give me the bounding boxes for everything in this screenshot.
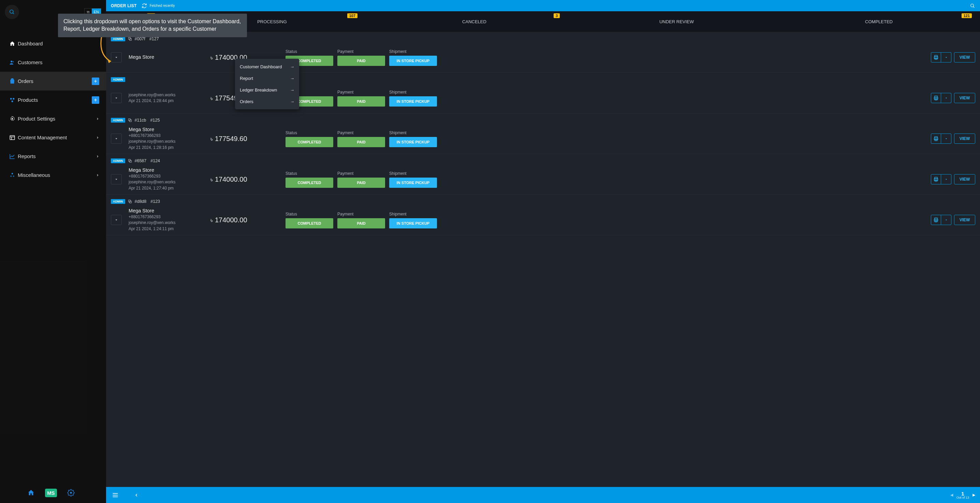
home-icon[interactable] xyxy=(27,489,35,497)
status-pill[interactable]: COMPLETED xyxy=(285,177,333,188)
tab-canceled[interactable]: CANCELED3 xyxy=(373,11,576,32)
payment-pill[interactable]: PAID xyxy=(337,96,385,107)
svg-rect-5 xyxy=(13,98,15,100)
print-options-button[interactable] xyxy=(941,52,951,62)
print-options-button[interactable] xyxy=(941,215,951,225)
copy-icon[interactable] xyxy=(128,118,132,122)
print-icon xyxy=(933,95,939,101)
sidebar-item-label: Orders xyxy=(18,78,92,84)
svg-point-14 xyxy=(70,492,72,494)
pager-prev[interactable]: ◀ xyxy=(950,493,953,497)
menu-button[interactable] xyxy=(111,492,120,498)
view-button[interactable]: VIEW xyxy=(954,134,975,144)
topbar-search-button[interactable] xyxy=(970,3,975,8)
search-icon xyxy=(9,9,15,15)
payment-label: Payment xyxy=(337,212,385,217)
payment-pill[interactable]: PAID xyxy=(337,56,385,66)
sidebar-item-label: Dashboard xyxy=(18,41,99,46)
home-icon xyxy=(7,41,18,47)
admin-badge: ADMIN xyxy=(111,77,125,82)
shipment-pill[interactable]: IN STORE PICKUP xyxy=(389,56,437,66)
view-button[interactable]: VIEW xyxy=(954,174,975,184)
boxes-icon xyxy=(7,97,18,103)
sidebar-footer: MS xyxy=(0,482,106,503)
print-button[interactable] xyxy=(931,174,941,184)
shipment-pill[interactable]: IN STORE PICKUP xyxy=(389,96,437,107)
customer-email: josephine.roy@xen.works xyxy=(129,92,210,98)
payment-pill[interactable]: PAID xyxy=(337,137,385,147)
sidebar-item-orders[interactable]: Orders + xyxy=(0,72,106,91)
dropdown-item-orders[interactable]: Orders→ xyxy=(235,96,299,107)
copy-icon[interactable] xyxy=(128,37,132,41)
sidebar-item-miscellaneous[interactable]: Miscellaneous xyxy=(0,166,106,184)
print-button[interactable] xyxy=(931,93,941,103)
back-button[interactable] xyxy=(132,493,141,498)
add-button[interactable]: + xyxy=(92,78,99,85)
svg-marker-38 xyxy=(116,179,117,180)
print-button[interactable] xyxy=(931,52,941,62)
customer-dropdown-button[interactable] xyxy=(111,93,122,103)
admin-badge: ADMIN xyxy=(111,158,125,163)
copy-icon[interactable] xyxy=(128,200,132,203)
workspace-badge[interactable]: MS xyxy=(45,489,57,497)
customer-dropdown-button[interactable] xyxy=(111,215,122,225)
dropdown-item-ledger-breakdown[interactable]: Ledger Breakdown→ xyxy=(235,84,299,96)
view-button[interactable]: VIEW xyxy=(954,215,975,225)
sidebar-item-product-settings[interactable]: Product Settings xyxy=(0,109,106,128)
misc-icon xyxy=(7,172,18,178)
shipment-pill[interactable]: IN STORE PICKUP xyxy=(389,137,437,147)
svg-marker-35 xyxy=(945,138,947,139)
pager-next[interactable]: ▶ xyxy=(972,493,975,497)
print-options-button[interactable] xyxy=(941,93,951,103)
order-amount: ৳174000.00 xyxy=(210,176,285,184)
print-icon xyxy=(933,177,939,182)
sidebar-item-customers[interactable]: Customers xyxy=(0,53,106,72)
print-options-button[interactable] xyxy=(941,134,951,144)
order-amount: ৳174000.00 xyxy=(210,216,285,224)
copy-icon[interactable] xyxy=(128,159,132,163)
shipment-label: Shipment xyxy=(389,131,437,135)
sidebar-item-content-management[interactable]: Content Management xyxy=(0,128,106,147)
sidebar-item-products[interactable]: Products + xyxy=(0,91,106,109)
payment-label: Payment xyxy=(337,131,385,135)
page-title: ORDER LIST xyxy=(111,3,137,8)
print-options-button[interactable] xyxy=(941,174,951,184)
refresh-button[interactable]: Fetched recently xyxy=(142,3,175,8)
order-number: #125 xyxy=(150,118,160,123)
print-button[interactable] xyxy=(931,134,941,144)
global-search-button[interactable] xyxy=(5,5,19,19)
sidebar-item-label: Miscellaneous xyxy=(18,172,96,178)
payment-label: Payment xyxy=(337,90,385,94)
dropdown-item-customer-dashboard[interactable]: Customer Dashboard→ xyxy=(235,61,299,72)
shipment-pill[interactable]: IN STORE PICKUP xyxy=(389,218,437,228)
svg-rect-8 xyxy=(10,136,15,140)
status-pill[interactable]: COMPLETED xyxy=(285,218,333,228)
svg-marker-24 xyxy=(116,97,117,99)
tab-badge: 3 xyxy=(554,13,560,18)
print-button[interactable] xyxy=(931,215,941,225)
view-button[interactable]: VIEW xyxy=(954,52,975,62)
add-button[interactable]: + xyxy=(92,96,99,104)
svg-point-13 xyxy=(13,175,15,177)
svg-marker-31 xyxy=(116,138,117,139)
payment-pill[interactable]: PAID xyxy=(337,218,385,228)
arrow-right-icon: → xyxy=(290,64,294,69)
tab-label: PROCESSING xyxy=(257,19,287,24)
sidebar-item-reports[interactable]: Reports xyxy=(0,147,106,166)
customer-dropdown-button[interactable] xyxy=(111,174,122,184)
svg-marker-19 xyxy=(116,57,117,58)
print-icon xyxy=(933,136,939,141)
tab-under-review[interactable]: UNDER REVIEW xyxy=(576,11,778,32)
print-icon xyxy=(933,54,939,60)
status-pill[interactable]: COMPLETED xyxy=(285,137,333,147)
order-number: #123 xyxy=(150,199,160,204)
dropdown-item-report[interactable]: Report→ xyxy=(235,72,299,84)
view-button[interactable]: VIEW xyxy=(954,93,975,103)
settings-icon[interactable] xyxy=(67,489,75,497)
tab-completed[interactable]: COMPLETED121 xyxy=(778,11,980,32)
shipment-pill[interactable]: IN STORE PICKUP xyxy=(389,177,437,188)
svg-marker-28 xyxy=(945,97,947,99)
customer-dropdown-button[interactable] xyxy=(111,134,122,144)
payment-pill[interactable]: PAID xyxy=(337,177,385,188)
customer-block: Mega Store +8801767366293 josephine.roy@… xyxy=(129,208,210,232)
